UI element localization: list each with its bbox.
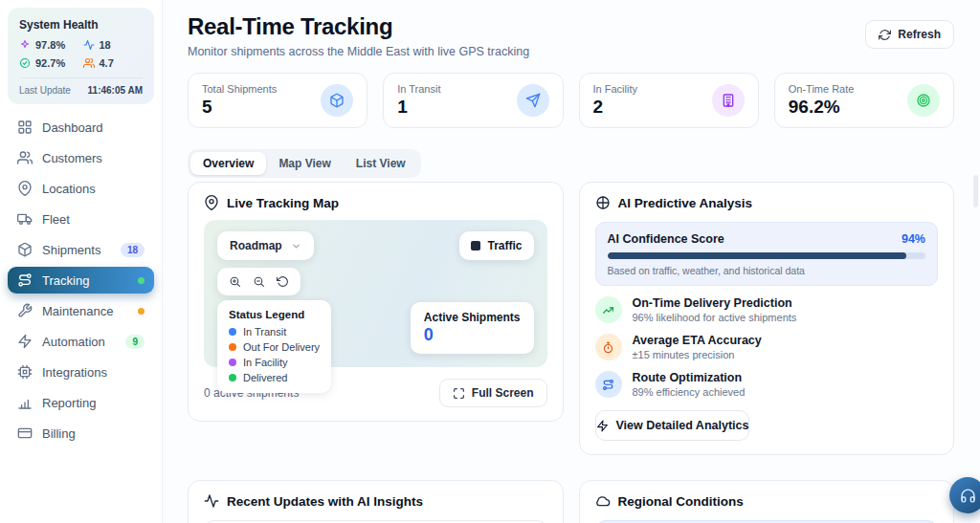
confidence-score-panel: AI Confidence Score 94% Based on traffic… [595,222,939,286]
health-metric-performance: 92.7% [19,57,79,69]
stat-label: On-Time Rate [789,83,855,95]
zoom-in-icon[interactable] [229,275,241,288]
reset-view-icon[interactable] [277,275,289,288]
integrations-icon [17,364,33,380]
live-tracking-map-card: Live Tracking Map Roadmap Traffic Stat [188,182,564,422]
full-screen-label: Full Screen [472,386,534,400]
expand-icon [453,387,465,400]
sidebar-nav: Dashboard Customers Locations Fleet Ship… [0,114,162,447]
sparkles-icon [19,39,31,51]
locations-icon [17,181,33,196]
sidebar-item-customers[interactable]: Customers [8,144,154,171]
ai-brain-icon [595,195,611,210]
sidebar-item-label: Locations [42,182,145,196]
confidence-progress-fill [608,252,907,259]
sidebar-item-reporting[interactable]: Reporting [8,389,154,416]
sidebar-item-label: Shipments [42,243,111,257]
check-circle-icon [19,57,31,69]
sidebar-item-label: Billing [42,426,145,441]
legend-item: Delivered [229,372,320,383]
sidebar-item-label: Customers [42,151,145,165]
scrollbar-thumb[interactable] [973,175,978,207]
legend-label: Out For Delivery [243,341,320,353]
legend-dot-in-facility [229,359,236,366]
insight-caption: 89% efficiency achieved [633,386,746,398]
regional-conditions-card: Regional Conditions Weather Impact Riyad… [579,480,955,523]
sidebar-item-label: Integrations [42,365,145,380]
sidebar-item-locations[interactable]: Locations [8,175,154,202]
traffic-toggle-button[interactable]: Traffic [459,231,533,260]
dashboard-icon [17,120,33,135]
zap-icon [596,420,609,432]
legend-label: In Transit [243,326,286,338]
confidence-value: 94% [902,232,925,246]
map-canvas[interactable]: Roadmap Traffic Status Legend In Transit… [204,220,547,367]
stat-card-total-shipments: Total Shipments 5 [188,73,368,128]
chevron-down-icon [291,241,301,251]
tab-list-view[interactable]: List View [344,152,418,175]
timer-icon [602,341,614,354]
regional-card-title: Regional Conditions [618,494,744,509]
sidebar-item-integrations[interactable]: Integrations [8,359,154,385]
sidebar-item-label: Reporting [42,396,145,410]
view-tabs: Overview Map View List View [188,149,421,178]
stat-label: In Transit [397,83,440,95]
support-chat-button[interactable] [949,477,980,513]
building-icon [721,93,736,108]
tab-map-view[interactable]: Map View [266,152,343,175]
health-metric-value: 18 [100,39,111,51]
insight-on-time-prediction: On-Time Delivery Prediction 96% likeliho… [595,296,939,323]
stat-value: 2 [593,97,637,118]
insight-caption: 96% likelihood for active shipments [633,312,797,323]
maintenance-icon [17,303,33,318]
refresh-button[interactable]: Refresh [865,20,954,49]
insight-caption: ±15 minutes precision [633,349,762,360]
confidence-label: AI Confidence Score [608,232,724,246]
last-update-value: 11:46:05 AM [88,85,143,96]
active-shipments-label: Active Shipments [424,311,521,324]
sidebar-item-tracking[interactable]: Tracking [8,267,154,294]
billing-icon [17,425,33,441]
fleet-icon [17,211,33,227]
tracking-icon [17,272,33,288]
ai-insights-list: On-Time Delivery Prediction 96% likeliho… [580,286,954,410]
health-metric-rating: 4.7 [83,57,144,69]
target-icon [916,93,931,108]
sidebar-item-dashboard[interactable]: Dashboard [8,114,154,141]
sidebar: System Health 97.8% 18 92.7% 4.7 Last Up… [0,0,163,523]
legend-label: In Facility [243,357,287,368]
sidebar-item-label: Fleet [42,212,145,227]
legend-dot-delivered [229,374,236,381]
trending-up-icon [602,304,614,316]
sidebar-item-label: Automation [42,335,116,349]
legend-dot-out-for-delivery [229,343,236,351]
package-icon [329,93,345,108]
confidence-progress-track [608,252,926,259]
activity-icon [83,39,95,51]
sidebar-item-automation[interactable]: Automation 9 [8,328,154,355]
map-type-dropdown[interactable]: Roadmap [217,231,314,260]
legend-item: In Transit [229,326,320,338]
main-content: Real-Time Tracking Monitor shipments acr… [163,0,980,523]
zoom-out-icon[interactable] [253,275,265,288]
sidebar-item-fleet[interactable]: Fleet [8,206,154,232]
map-card-title: Live Tracking Map [227,196,339,210]
analytics-button-label: View Detailed Analytics [616,419,749,432]
customers-icon [17,150,33,165]
stat-card-in-facility: In Facility 2 [579,73,759,128]
sidebar-item-billing[interactable]: Billing [8,420,154,447]
legend-label: Delivered [243,372,287,383]
route-icon [602,379,614,391]
insight-title: Route Optimization [633,371,746,384]
reporting-icon [17,395,33,410]
pulse-icon [204,493,219,509]
traffic-square-icon [471,241,480,251]
ai-predictive-analysis-card: AI Predictive Analysis AI Confidence Sco… [579,182,955,455]
insight-eta-accuracy: Average ETA Accuracy ±15 minutes precisi… [595,334,939,360]
view-detailed-analytics-button[interactable]: View Detailed Analytics [595,410,750,441]
full-screen-button[interactable]: Full Screen [439,379,547,407]
sidebar-item-maintenance[interactable]: Maintenance [8,297,154,324]
tab-overview[interactable]: Overview [190,152,266,175]
sidebar-item-shipments[interactable]: Shipments 18 [8,236,154,263]
cloud-icon [595,493,611,509]
